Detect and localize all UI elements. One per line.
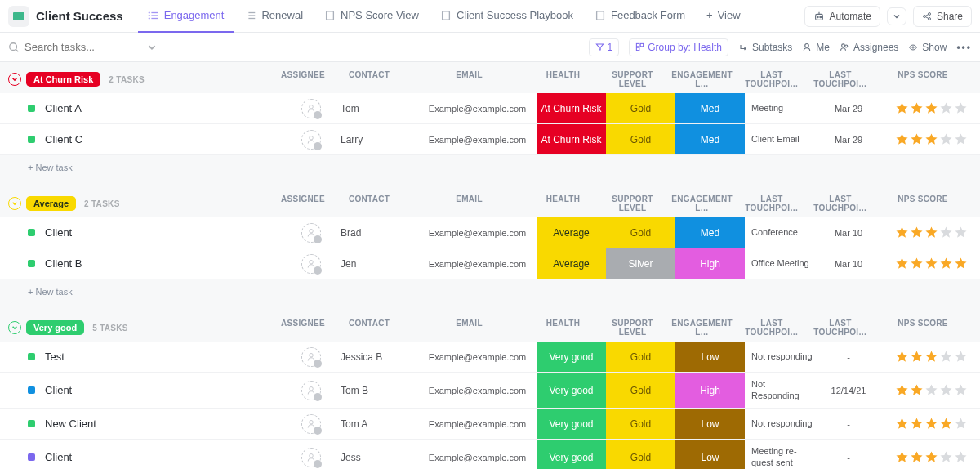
cell-nps[interactable]	[882, 248, 980, 279]
assignee-avatar[interactable]	[301, 414, 321, 434]
group-by-button[interactable]: Group by: Health	[629, 38, 728, 56]
assignee-avatar[interactable]	[301, 99, 321, 118]
assignee-avatar[interactable]	[301, 223, 321, 243]
col-assignee[interactable]: ASSIGNEE	[278, 194, 328, 212]
col-nps[interactable]: NPS SCORE	[874, 70, 972, 88]
task-name[interactable]: Client	[45, 226, 286, 239]
filter-button[interactable]: 1	[589, 38, 620, 56]
cell-health[interactable]: Average	[537, 217, 606, 248]
task-name[interactable]: Client	[45, 384, 286, 396]
me-button[interactable]: Me	[802, 42, 830, 53]
cell-assignee[interactable]	[286, 93, 336, 123]
cell-support[interactable]: Gold	[606, 440, 675, 469]
cell-touchpoint-1[interactable]: Client Email	[745, 124, 815, 154]
task-row[interactable]: Client Brad Example@example.com Average …	[0, 217, 980, 248]
chevron-down-icon[interactable]	[147, 42, 157, 52]
collapse-toggle[interactable]	[8, 73, 21, 86]
assignee-avatar[interactable]	[301, 347, 321, 367]
cell-support[interactable]: Gold	[606, 409, 675, 439]
status-dot[interactable]	[28, 453, 35, 461]
cell-touchpoint-2[interactable]: Mar 10	[815, 248, 882, 279]
col-touchpoint-1[interactable]: LAST TOUCHPOI…	[737, 70, 807, 88]
col-assignee[interactable]: ASSIGNEE	[278, 319, 328, 337]
more-button[interactable]: •••	[956, 42, 972, 53]
task-row[interactable]: Client Jess Example@example.com Very goo…	[0, 440, 980, 469]
folder-button[interactable]	[8, 6, 29, 27]
tab-playbook[interactable]: Client Success Playbook	[430, 0, 583, 33]
cell-contact[interactable]: Jess	[336, 440, 418, 469]
cell-touchpoint-1[interactable]: Not Responding	[745, 373, 815, 408]
cell-support[interactable]: Gold	[606, 217, 675, 248]
col-health[interactable]: HEALTH	[528, 319, 598, 337]
cell-touchpoint-2[interactable]: Mar 29	[815, 124, 882, 154]
task-name[interactable]: Test	[45, 351, 286, 363]
cell-email[interactable]: Example@example.com	[418, 440, 537, 469]
cell-engagement[interactable]: High	[675, 373, 745, 408]
col-contact[interactable]: CONTACT	[328, 319, 410, 337]
col-contact[interactable]: CONTACT	[328, 194, 410, 212]
status-dot[interactable]	[28, 260, 35, 267]
cell-contact[interactable]: Tom	[336, 93, 418, 123]
col-nps[interactable]: NPS SCORE	[874, 319, 972, 337]
cell-contact[interactable]: Jessica B	[336, 342, 418, 372]
col-support[interactable]: SUPPORT LEVEL	[598, 194, 667, 212]
new-task-button[interactable]: + New task	[0, 155, 980, 180]
cell-nps[interactable]	[882, 373, 980, 408]
cell-engagement[interactable]: Med	[675, 217, 745, 248]
task-row[interactable]: Client B Jen Example@example.com Average…	[0, 248, 980, 279]
col-health[interactable]: HEALTH	[528, 194, 598, 212]
cell-touchpoint-1[interactable]: Not responding	[745, 409, 815, 439]
cell-engagement[interactable]: Low	[675, 440, 745, 469]
cell-contact[interactable]: Tom B	[336, 373, 418, 408]
cell-touchpoint-1[interactable]: Meeting	[745, 93, 815, 123]
cell-nps[interactable]	[882, 409, 980, 439]
cell-health[interactable]: At Churn Risk	[537, 124, 606, 154]
cell-nps[interactable]	[882, 217, 980, 248]
cell-health[interactable]: Very good	[537, 440, 606, 469]
subtasks-button[interactable]: Subtasks	[738, 42, 792, 53]
col-support[interactable]: SUPPORT LEVEL	[598, 70, 667, 88]
cell-health[interactable]: At Churn Risk	[537, 93, 606, 123]
col-engagement[interactable]: ENGAGEMENT L…	[667, 319, 737, 337]
automate-button[interactable]: Automate	[804, 6, 880, 27]
group-badge[interactable]: At Churn Risk	[26, 72, 100, 87]
task-name[interactable]: Client	[45, 451, 286, 463]
automate-dropdown[interactable]	[887, 7, 906, 25]
cell-touchpoint-2[interactable]: Mar 10	[815, 217, 882, 248]
cell-engagement[interactable]: Low	[675, 409, 745, 439]
task-row[interactable]: Test Jessica B Example@example.com Very …	[0, 342, 980, 373]
task-name[interactable]: Client A	[45, 102, 286, 114]
cell-touchpoint-1[interactable]: Conference	[745, 217, 815, 248]
cell-health[interactable]: Very good	[537, 409, 606, 439]
col-assignee[interactable]: ASSIGNEE	[278, 70, 328, 88]
task-name[interactable]: Client B	[45, 257, 286, 270]
new-task-button[interactable]: + New task	[0, 279, 980, 304]
status-dot[interactable]	[28, 229, 35, 236]
task-name[interactable]: New Client	[45, 418, 286, 430]
task-name[interactable]: Client C	[45, 133, 286, 145]
cell-assignee[interactable]	[286, 124, 336, 154]
status-dot[interactable]	[28, 420, 35, 427]
cell-health[interactable]: Very good	[537, 342, 606, 372]
cell-engagement[interactable]: Med	[675, 93, 745, 123]
collapse-toggle[interactable]	[8, 197, 21, 210]
col-health[interactable]: HEALTH	[528, 70, 598, 88]
cell-email[interactable]: Example@example.com	[418, 124, 537, 154]
show-button[interactable]: Show	[908, 42, 947, 53]
cell-engagement[interactable]: Low	[675, 342, 745, 372]
cell-touchpoint-2[interactable]: -	[815, 409, 882, 439]
col-contact[interactable]: CONTACT	[328, 70, 410, 88]
cell-assignee[interactable]	[286, 217, 336, 248]
col-email[interactable]: EMAIL	[410, 70, 528, 88]
cell-contact[interactable]: Larry	[336, 124, 418, 154]
col-nps[interactable]: NPS SCORE	[874, 194, 972, 212]
col-engagement[interactable]: ENGAGEMENT L…	[667, 70, 737, 88]
cell-support[interactable]: Gold	[606, 373, 675, 408]
cell-health[interactable]: Very good	[537, 373, 606, 408]
col-touchpoint-2[interactable]: LAST TOUCHPOI…	[807, 70, 874, 88]
tab-nps[interactable]: NPS Score View	[314, 0, 429, 33]
cell-support[interactable]: Silver	[606, 248, 675, 279]
col-touchpoint-1[interactable]: LAST TOUCHPOI…	[737, 194, 807, 212]
cell-email[interactable]: Example@example.com	[418, 373, 537, 408]
tab-feedback[interactable]: Feedback Form	[585, 0, 695, 33]
